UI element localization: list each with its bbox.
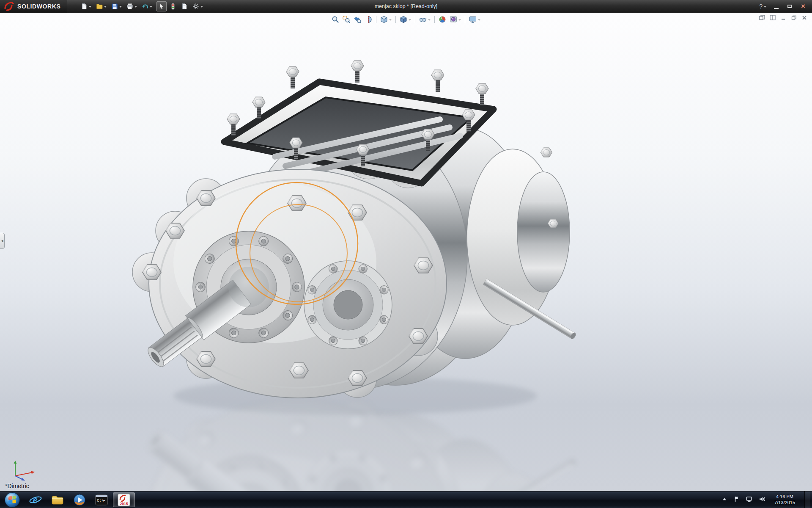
show-desktop-button[interactable] [804,491,810,508]
taskbar: e [0,491,812,508]
minimize-icon [774,8,779,9]
zoom-to-area-icon [343,16,350,23]
headsup-separator [415,16,415,23]
edit-appearance-button[interactable] [437,14,447,25]
restore-button[interactable] [786,3,793,10]
file-properties-button[interactable] [179,1,189,11]
help-button[interactable]: ? [759,3,766,10]
minimize-document-icon [781,15,786,20]
taskbar-solidworks-2015[interactable]: 2015 [113,492,135,507]
titlebar: SOLIDWORKS [0,0,812,13]
volume-icon [758,496,765,502]
undo-icon [142,3,148,10]
view-settings-icon [469,16,477,23]
print-dropdown[interactable] [134,6,137,9]
minimize-button[interactable] [772,3,780,10]
window-controls: ? × [759,3,812,10]
tile-panes-button[interactable] [769,14,776,21]
help-glyph: ? [759,3,763,10]
hide-show-items-dropdown[interactable] [428,19,431,22]
close-document-button[interactable] [801,14,808,21]
command-prompt-icon: C:\ [95,494,108,505]
minimize-document-button[interactable] [780,14,787,21]
zoom-to-fit-icon [332,16,339,23]
cascade-panes-icon [759,15,765,20]
taskbar-clock[interactable]: 4:16 PM 7/13/2015 [771,494,799,505]
solidworks-2015-icon: 2015 [118,494,130,506]
headsup-separator [465,16,465,23]
save-button[interactable] [110,1,123,11]
cascade-panes-button[interactable] [759,14,765,21]
help-dropdown[interactable] [764,6,766,9]
tile-panes-icon [770,15,776,20]
apply-scene-icon [450,16,457,23]
restore-document-icon [791,15,797,20]
zoom-to-area-button[interactable] [341,14,351,25]
clock-time: 4:16 PM [774,494,795,500]
hide-show-items-icon [419,16,427,23]
start-button[interactable] [0,491,25,508]
gearbox-model [0,13,812,491]
action-center-flag-icon [733,496,740,502]
section-view-button[interactable] [363,14,373,25]
headsup-separator [434,16,435,23]
taskbar-internet-explorer[interactable]: e [25,491,47,508]
display-style-button[interactable] [398,14,412,25]
show-hidden-icons-arrow [721,496,728,502]
gearbox-assembly[interactable] [132,61,577,398]
options-dropdown[interactable] [200,6,203,9]
model-reflection [132,400,577,491]
hide-show-items-button[interactable] [418,14,432,25]
print-button[interactable] [125,1,139,11]
media-player-icon [73,494,86,506]
restore-icon [787,5,792,8]
rebuild-stoplight-icon [170,3,176,10]
taskbar-windows-explorer[interactable] [47,491,69,508]
open-button[interactable] [94,1,108,11]
view-settings-button[interactable] [468,14,482,25]
undo-button[interactable] [140,1,154,11]
view-orientation-label: *Dimetric [5,483,29,489]
display-style-dropdown[interactable] [409,19,411,22]
select-button[interactable] [156,1,167,11]
new-document-dropdown[interactable] [89,6,91,9]
taskbar-media-player[interactable] [69,491,91,508]
view-orientation-icon [380,16,388,23]
open-dropdown[interactable] [104,6,107,9]
new-document-button[interactable] [79,1,93,11]
system-tray: 4:16 PM 7/13/2015 [721,491,812,508]
volume-button[interactable] [758,496,765,504]
apply-scene-button[interactable] [448,14,462,25]
previous-view-button[interactable] [352,14,362,25]
taskbar-command-prompt[interactable]: C:\ [91,491,112,508]
save-dropdown[interactable] [119,6,122,9]
select-cursor-icon [158,3,165,10]
view-orientation-button[interactable] [379,14,393,25]
cmd-prompt-text: C:\ [97,499,104,503]
feature-panel-tab[interactable]: ◀ [0,233,5,249]
new-document-icon [81,3,88,10]
internet-explorer-icon: e [29,494,42,506]
view-orientation-dropdown[interactable] [389,19,392,22]
close-document-icon [802,15,807,20]
restore-document-button[interactable] [790,14,797,21]
options-gear-icon [192,3,199,10]
open-folder-icon [96,3,103,10]
undo-dropdown[interactable] [150,6,152,9]
network-button[interactable] [746,496,753,504]
sw-year-text: 2015 [120,502,128,506]
close-button[interactable]: × [799,3,807,10]
show-hidden-icons-button[interactable] [721,496,728,504]
file-properties-icon [181,3,188,10]
window-title: menjac sklop * [Read-only] [375,3,438,9]
options-button[interactable] [191,1,205,11]
view-settings-dropdown[interactable] [478,19,480,22]
action-center-button[interactable] [733,496,740,504]
rebuild-button[interactable] [168,1,178,11]
graphics-viewport[interactable]: ◀ *Dimetric [0,13,812,491]
zoom-to-fit-button[interactable] [330,14,340,25]
document-window-controls [759,14,808,21]
previous-view-icon [354,16,361,23]
apply-scene-dropdown[interactable] [458,19,461,22]
network-icon [746,496,753,502]
